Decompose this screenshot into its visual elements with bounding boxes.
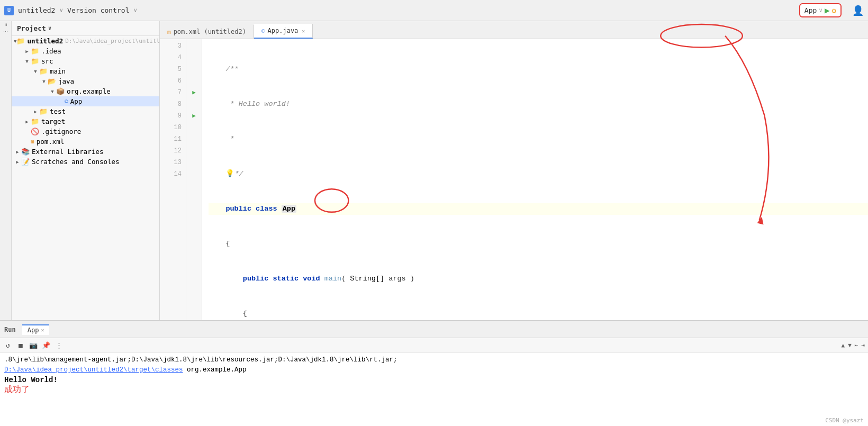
output-line-success: 成功了 xyxy=(4,385,864,395)
run-config-box: App ∨ ▶ ⚙ xyxy=(799,3,842,17)
target-folder-icon: 📁 xyxy=(31,117,39,125)
editor-area: m pom.xml (untitled2) © App.java ✕ 3 4 5… xyxy=(160,21,868,320)
run-button[interactable]: ▶ xyxy=(825,5,830,15)
gutter: ▶ ▶ xyxy=(186,39,202,320)
tab-app[interactable]: © App.java ✕ xyxy=(254,24,313,39)
tree-item-app[interactable]: ▶ © App xyxy=(12,96,159,106)
tree-item-ext-libs[interactable]: ▶ 📚 External Libraries xyxy=(12,147,159,157)
sidebar-header: Project ∨ xyxy=(12,21,159,36)
left-icon-2[interactable]: ⋮ xyxy=(3,29,8,34)
tree-item[interactable]: ▼ 📂 java xyxy=(12,76,159,86)
rerun-btn[interactable]: ↺ xyxy=(3,341,13,350)
folder-icon: 📁 xyxy=(16,37,25,45)
code-editor[interactable]: 3 4 5 6 7 8 9 10 11 12 13 14 ▶ xyxy=(160,39,868,320)
left-icon-bar: ≡ ⋮ xyxy=(0,21,12,320)
libs-icon: 📚 xyxy=(21,148,30,156)
run-gutter-btn-7[interactable]: ▶ xyxy=(192,87,196,98)
maven-icon: m xyxy=(31,138,34,145)
tree-item[interactable]: ▼ 📁 main xyxy=(12,66,159,76)
tree-item[interactable]: ▶ m pom.xml xyxy=(12,137,159,147)
scratches-icon: 📝 xyxy=(21,158,30,166)
stop-btn[interactable]: ■ xyxy=(16,341,25,350)
top-bar-right: App ∨ ▶ ⚙ 👤 xyxy=(799,3,864,17)
project-icon: U xyxy=(4,6,14,15)
run-gutter-btn-9[interactable]: ▶ xyxy=(192,110,196,122)
gitignore-icon: 🚫 xyxy=(31,128,39,135)
code-line-8: { xyxy=(209,238,868,250)
tree-item[interactable]: ▶ 📁 test xyxy=(12,106,159,116)
code-line-4: * Hello world! xyxy=(209,98,868,110)
tree-item[interactable]: ▶ 📁 .idea xyxy=(12,46,159,56)
tab-icon-j: © xyxy=(261,28,265,34)
bottom-tab-close-btn[interactable]: ✕ xyxy=(41,327,44,333)
code-line-5: * xyxy=(209,133,868,145)
project-title[interactable]: untitled2 xyxy=(18,6,55,14)
run-tab-label[interactable]: Run xyxy=(4,326,16,333)
user-icon[interactable]: 👤 xyxy=(852,5,864,16)
align-left-btn[interactable]: ⇤ xyxy=(855,342,858,349)
top-bar: U untitled2 ∨ Version control ∨ App ∨ ▶ … xyxy=(0,0,868,21)
tree-item[interactable]: ▶ 🚫 .gitignore xyxy=(12,126,159,137)
status-csdn: CSDN @ysazt xyxy=(825,417,864,424)
java-folder-icon: 📂 xyxy=(48,77,56,85)
tree-item-scratches[interactable]: ▶ 📝 Scratches and Consoles xyxy=(12,157,159,167)
tree-item[interactable]: ▶ 📁 target xyxy=(12,116,159,126)
tab-close-btn[interactable]: ✕ xyxy=(302,28,305,34)
tab-bar: m pom.xml (untitled2) © App.java ✕ xyxy=(160,21,868,39)
code-line-3: /** xyxy=(209,64,868,75)
bottom-toolbar: ↺ ■ 📷 📌 ⋮ ▲ ▼ ⇤ ⇥ xyxy=(0,338,868,353)
folder-icon: 📁 xyxy=(31,57,39,65)
folder-icon: 📁 xyxy=(39,67,48,75)
output-line-1: .8\jre\lib\management-agent.jar;D:\Java\… xyxy=(4,355,864,365)
app-run-tab[interactable]: App ✕ xyxy=(22,324,50,335)
tab-icon-m: m xyxy=(167,29,171,35)
main-row: ≡ ⋮ Project ∨ ▼ 📁 untitled2 D:\Java\idea… xyxy=(0,21,868,320)
code-line-9: public static void main( String[] args ) xyxy=(209,273,868,285)
scroll-up-btn[interactable]: ▲ xyxy=(842,342,845,349)
output-link[interactable]: D:\Java\idea_project\untitled2\target\cl… xyxy=(4,366,183,374)
folder-icon: 📁 xyxy=(39,107,48,115)
tree-item[interactable]: ▼ 📦 org.example xyxy=(12,86,159,96)
pin-btn[interactable]: 📌 xyxy=(41,341,51,350)
code-line-7: public class App xyxy=(209,203,868,215)
folder-icon: 📁 xyxy=(31,47,39,55)
scroll-down-btn[interactable]: ▼ xyxy=(848,342,852,349)
bottom-panel: Run App ✕ ↺ ■ 📷 📌 ⋮ ▲ ▼ ⇤ ⇥ .8\jre\lib\m… xyxy=(0,320,868,426)
java-file-icon: © xyxy=(65,97,68,105)
more-btn[interactable]: ⋮ xyxy=(54,341,64,350)
tree-item[interactable]: ▼ 📁 src xyxy=(12,56,159,66)
tree-item[interactable]: ▼ 📁 untitled2 D:\Java\idea_project\untit… xyxy=(12,36,159,46)
debug-button[interactable]: ⚙ xyxy=(832,6,836,15)
bottom-tab-bar: Run App ✕ xyxy=(0,321,868,338)
output-line-hello: Hello World! xyxy=(4,375,864,385)
soft-wrap-btn[interactable]: ⇥ xyxy=(861,342,865,349)
package-icon: 📦 xyxy=(56,87,65,95)
line-numbers: 3 4 5 6 7 8 9 10 11 12 13 14 xyxy=(160,39,186,320)
tab-pom[interactable]: m pom.xml (untitled2) xyxy=(160,25,254,39)
run-config-name[interactable]: App xyxy=(804,6,817,14)
top-bar-left: U untitled2 ∨ Version control ∨ xyxy=(4,6,137,15)
code-line-10: { xyxy=(209,308,868,320)
version-control[interactable]: Version control xyxy=(67,6,129,14)
code-content[interactable]: /** * Hello world! * 💡*/ public class Ap… xyxy=(202,39,868,320)
output-line-2: D:\Java\idea_project\untitled2\target\cl… xyxy=(4,365,864,375)
snapshot-btn[interactable]: 📷 xyxy=(29,341,38,350)
left-icon-1[interactable]: ≡ xyxy=(3,23,8,26)
code-line-6: 💡*/ xyxy=(209,168,868,180)
sidebar: Project ∨ ▼ 📁 untitled2 D:\Java\idea_pro… xyxy=(12,21,160,320)
bottom-content: .8\jre\lib\management-agent.jar;D:\Java\… xyxy=(0,353,868,426)
